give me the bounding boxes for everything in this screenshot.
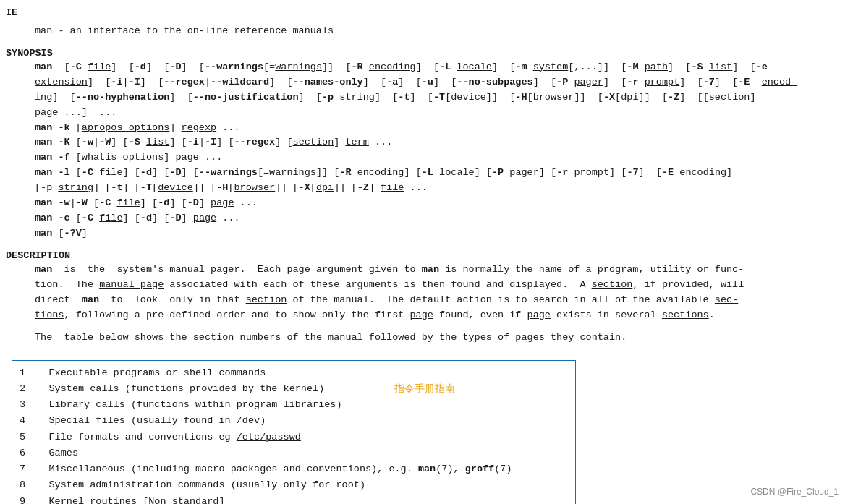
box-item-8: 8 System administration commands (usuall…: [20, 477, 568, 493]
synopsis-block: man [-C file] [-d] [-D] [--warnings[=war…: [35, 60, 839, 242]
box-item-4: 4 Special files (usually found in /dev): [20, 413, 568, 429]
box-item-9: 9 Kernel routines [Non standard]: [20, 494, 568, 504]
synopsis-header: SYNOPSIS: [6, 48, 839, 59]
synopsis-line7: man -f [whatis options] page ...: [35, 150, 839, 166]
synopsis-line8: man -l [-C file] [-d] [-D] [--warnings[=…: [35, 166, 839, 181]
desc-para2: The table below shows the section number…: [35, 330, 839, 346]
box-item-1: 1 Executable programs or shell commands: [20, 365, 568, 381]
desc-line5: The table below shows the section number…: [35, 330, 839, 346]
desc-line3: direct man to look only in that section …: [35, 293, 839, 308]
name-line: man - an interface to the on-line refere…: [35, 24, 839, 39]
box-item-3: 3 Library calls (functions within progra…: [20, 397, 568, 413]
synopsis-line10: man -w|-W [-C file] [-d] [-D] page ...: [35, 196, 839, 211]
box-item-5: 5 File formats and conventions eg /etc/p…: [20, 430, 568, 445]
box-area: 1 Executable programs or shell commands …: [9, 353, 839, 504]
box-item-6: 6 Games: [20, 445, 568, 461]
synopsis-line11: man -c [-C file] [-d] [-D] page ...: [35, 211, 839, 226]
synopsis-line5: man -k [apropos options] regexp ...: [35, 121, 839, 136]
chinese-annotation: 指令手册指南: [394, 383, 455, 396]
box-item-7: 7 Miscellaneous (including macro package…: [20, 461, 568, 477]
synopsis-line9: [-p string] [-t] [-T[device]] [-H[browse…: [35, 181, 839, 196]
description-header: DESCRIPTION: [6, 250, 839, 261]
section-box: 1 Executable programs or shell commands …: [12, 360, 576, 504]
desc-line2: tion. The manual page associated with ea…: [35, 278, 839, 293]
ie-header: IE: [6, 6, 839, 21]
synopsis-line4: page ...] ...: [35, 106, 839, 121]
description-block: man is the system's manual pager. Each p…: [35, 262, 839, 323]
synopsis-line12: man [-?V]: [35, 226, 839, 242]
box-item-2: 2 System calls (functions provided by th…: [20, 381, 365, 397]
desc-line4: tions, following a pre-defined order and…: [35, 308, 839, 323]
watermark: CSDN @Fire_Cloud_1: [750, 487, 839, 497]
synopsis-line2: extension] [-i|-I] [--regex|--wildcard] …: [35, 75, 839, 90]
page-container: IE man - an interface to the on-line ref…: [0, 0, 853, 504]
synopsis-line1: man [-C file] [-d] [-D] [--warnings[=war…: [35, 60, 839, 75]
synopsis-line3: ing] [--no-hyphenation] [--no-justificat…: [35, 90, 839, 106]
desc-line1: man is the system's manual pager. Each p…: [35, 262, 839, 278]
synopsis-line6: man -K [-w|-W] [-S list] [-i|-I] [--rege…: [35, 135, 839, 150]
